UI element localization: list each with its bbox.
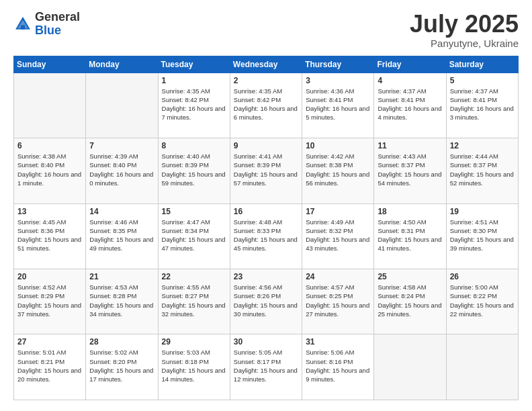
- calendar-cell: 17Sunrise: 4:49 AMSunset: 8:32 PMDayligh…: [302, 203, 374, 269]
- calendar-cell: 8Sunrise: 4:40 AMSunset: 8:39 PMDaylight…: [158, 138, 230, 203]
- day-number: 28: [89, 337, 154, 347]
- calendar-cell: 28Sunrise: 5:02 AMSunset: 8:20 PMDayligh…: [86, 334, 158, 400]
- calendar-cell: 21Sunrise: 4:53 AMSunset: 8:28 PMDayligh…: [86, 269, 158, 334]
- calendar-week-row: 6Sunrise: 4:38 AMSunset: 8:40 PMDaylight…: [14, 138, 519, 203]
- day-number: 20: [17, 272, 82, 281]
- title-block: July 2025 Panyutyne, Ukraine: [410, 11, 519, 49]
- day-number: 11: [378, 141, 442, 150]
- day-number: 10: [306, 141, 370, 150]
- day-info: Sunrise: 4:48 AMSunset: 8:33 PMDaylight:…: [234, 218, 298, 253]
- day-number: 29: [162, 337, 226, 347]
- day-info: Sunrise: 4:44 AMSunset: 8:37 PMDaylight:…: [450, 152, 515, 187]
- day-number: 22: [162, 272, 226, 281]
- calendar-cell: 4Sunrise: 4:37 AMSunset: 8:41 PMDaylight…: [374, 73, 446, 138]
- day-info: Sunrise: 4:42 AMSunset: 8:38 PMDaylight:…: [306, 152, 370, 187]
- calendar-cell: 15Sunrise: 4:47 AMSunset: 8:34 PMDayligh…: [158, 203, 230, 269]
- calendar-week-row: 20Sunrise: 4:52 AMSunset: 8:29 PMDayligh…: [14, 269, 519, 334]
- calendar-cell: 10Sunrise: 4:42 AMSunset: 8:38 PMDayligh…: [302, 138, 374, 203]
- day-info: Sunrise: 4:53 AMSunset: 8:28 PMDaylight:…: [89, 283, 154, 318]
- day-number: 26: [450, 272, 515, 281]
- day-number: 19: [450, 207, 515, 216]
- header: General Blue July 2025 Panyutyne, Ukrain…: [13, 11, 519, 49]
- day-number: 7: [89, 141, 154, 150]
- weekday-header: Thursday: [302, 56, 374, 73]
- day-number: 5: [450, 76, 515, 85]
- day-number: 31: [306, 337, 370, 347]
- day-info: Sunrise: 4:46 AMSunset: 8:35 PMDaylight:…: [89, 218, 154, 253]
- calendar-cell: 25Sunrise: 4:58 AMSunset: 8:24 PMDayligh…: [374, 269, 446, 334]
- calendar-cell: [446, 334, 518, 400]
- calendar-cell: [86, 73, 158, 138]
- day-info: Sunrise: 4:52 AMSunset: 8:29 PMDaylight:…: [17, 283, 82, 318]
- day-number: 30: [234, 337, 298, 347]
- calendar-week-row: 27Sunrise: 5:01 AMSunset: 8:21 PMDayligh…: [14, 334, 519, 400]
- day-info: Sunrise: 4:38 AMSunset: 8:40 PMDaylight:…: [17, 152, 82, 187]
- day-info: Sunrise: 4:36 AMSunset: 8:41 PMDaylight:…: [306, 87, 370, 122]
- location: Panyutyne, Ukraine: [410, 38, 519, 49]
- weekday-header: Monday: [86, 56, 158, 73]
- calendar-cell: 9Sunrise: 4:41 AMSunset: 8:39 PMDaylight…: [230, 138, 302, 203]
- day-number: 9: [234, 141, 298, 150]
- calendar-cell: 30Sunrise: 5:05 AMSunset: 8:17 PMDayligh…: [230, 334, 302, 400]
- day-number: 2: [234, 76, 298, 85]
- logo-text: General Blue: [35, 11, 80, 38]
- calendar-cell: 3Sunrise: 4:36 AMSunset: 8:41 PMDaylight…: [302, 73, 374, 138]
- calendar-cell: 29Sunrise: 5:03 AMSunset: 8:18 PMDayligh…: [158, 334, 230, 400]
- calendar-cell: 18Sunrise: 4:50 AMSunset: 8:31 PMDayligh…: [374, 203, 446, 269]
- logo-icon: [13, 15, 32, 34]
- calendar-cell: 13Sunrise: 4:45 AMSunset: 8:36 PMDayligh…: [14, 203, 86, 269]
- logo-blue: Blue: [35, 24, 80, 38]
- calendar-cell: 1Sunrise: 4:35 AMSunset: 8:42 PMDaylight…: [158, 73, 230, 138]
- day-info: Sunrise: 5:02 AMSunset: 8:20 PMDaylight:…: [89, 348, 154, 383]
- day-number: 15: [162, 207, 226, 216]
- calendar-cell: 6Sunrise: 4:38 AMSunset: 8:40 PMDaylight…: [14, 138, 86, 203]
- day-info: Sunrise: 4:39 AMSunset: 8:40 PMDaylight:…: [89, 152, 154, 187]
- day-number: 21: [89, 272, 154, 281]
- calendar-table: SundayMondayTuesdayWednesdayThursdayFrid…: [13, 56, 519, 400]
- calendar-cell: 20Sunrise: 4:52 AMSunset: 8:29 PMDayligh…: [14, 269, 86, 334]
- day-info: Sunrise: 4:55 AMSunset: 8:27 PMDaylight:…: [162, 283, 226, 318]
- calendar-week-row: 13Sunrise: 4:45 AMSunset: 8:36 PMDayligh…: [14, 203, 519, 269]
- day-number: 4: [378, 76, 442, 85]
- calendar-cell: 2Sunrise: 4:35 AMSunset: 8:42 PMDaylight…: [230, 73, 302, 138]
- calendar-cell: 5Sunrise: 4:37 AMSunset: 8:41 PMDaylight…: [446, 73, 518, 138]
- day-info: Sunrise: 4:57 AMSunset: 8:25 PMDaylight:…: [306, 283, 370, 318]
- day-info: Sunrise: 4:56 AMSunset: 8:26 PMDaylight:…: [234, 283, 298, 318]
- day-info: Sunrise: 5:06 AMSunset: 8:16 PMDaylight:…: [306, 348, 370, 383]
- logo: General Blue: [13, 11, 80, 38]
- day-number: 1: [162, 76, 226, 85]
- day-info: Sunrise: 4:37 AMSunset: 8:41 PMDaylight:…: [378, 87, 442, 122]
- calendar-cell: 24Sunrise: 4:57 AMSunset: 8:25 PMDayligh…: [302, 269, 374, 334]
- day-info: Sunrise: 4:49 AMSunset: 8:32 PMDaylight:…: [306, 218, 370, 253]
- day-info: Sunrise: 4:43 AMSunset: 8:37 PMDaylight:…: [378, 152, 442, 187]
- calendar-cell: 12Sunrise: 4:44 AMSunset: 8:37 PMDayligh…: [446, 138, 518, 203]
- day-info: Sunrise: 5:01 AMSunset: 8:21 PMDaylight:…: [17, 348, 82, 383]
- calendar-cell: [374, 334, 446, 400]
- day-number: 16: [234, 207, 298, 216]
- day-number: 12: [450, 141, 515, 150]
- day-info: Sunrise: 4:47 AMSunset: 8:34 PMDaylight:…: [162, 218, 226, 253]
- day-info: Sunrise: 4:35 AMSunset: 8:42 PMDaylight:…: [162, 87, 226, 122]
- svg-rect-2: [21, 25, 25, 29]
- calendar-cell: 19Sunrise: 4:51 AMSunset: 8:30 PMDayligh…: [446, 203, 518, 269]
- page: General Blue July 2025 Panyutyne, Ukrain…: [0, 0, 532, 411]
- day-info: Sunrise: 4:37 AMSunset: 8:41 PMDaylight:…: [450, 87, 515, 122]
- day-number: 24: [306, 272, 370, 281]
- day-info: Sunrise: 4:40 AMSunset: 8:39 PMDaylight:…: [162, 152, 226, 187]
- day-info: Sunrise: 4:58 AMSunset: 8:24 PMDaylight:…: [378, 283, 442, 318]
- weekday-header: Saturday: [446, 56, 518, 73]
- day-number: 17: [306, 207, 370, 216]
- calendar-cell: [14, 73, 86, 138]
- calendar-week-row: 1Sunrise: 4:35 AMSunset: 8:42 PMDaylight…: [14, 73, 519, 138]
- calendar-cell: 11Sunrise: 4:43 AMSunset: 8:37 PMDayligh…: [374, 138, 446, 203]
- day-info: Sunrise: 4:35 AMSunset: 8:42 PMDaylight:…: [234, 87, 298, 122]
- day-number: 14: [89, 207, 154, 216]
- day-number: 8: [162, 141, 226, 150]
- calendar-cell: 26Sunrise: 5:00 AMSunset: 8:22 PMDayligh…: [446, 269, 518, 334]
- calendar-cell: 23Sunrise: 4:56 AMSunset: 8:26 PMDayligh…: [230, 269, 302, 334]
- weekday-header-row: SundayMondayTuesdayWednesdayThursdayFrid…: [14, 56, 519, 73]
- calendar-cell: 31Sunrise: 5:06 AMSunset: 8:16 PMDayligh…: [302, 334, 374, 400]
- day-info: Sunrise: 4:45 AMSunset: 8:36 PMDaylight:…: [17, 218, 82, 253]
- logo-general: General: [35, 11, 80, 24]
- day-number: 13: [17, 207, 82, 216]
